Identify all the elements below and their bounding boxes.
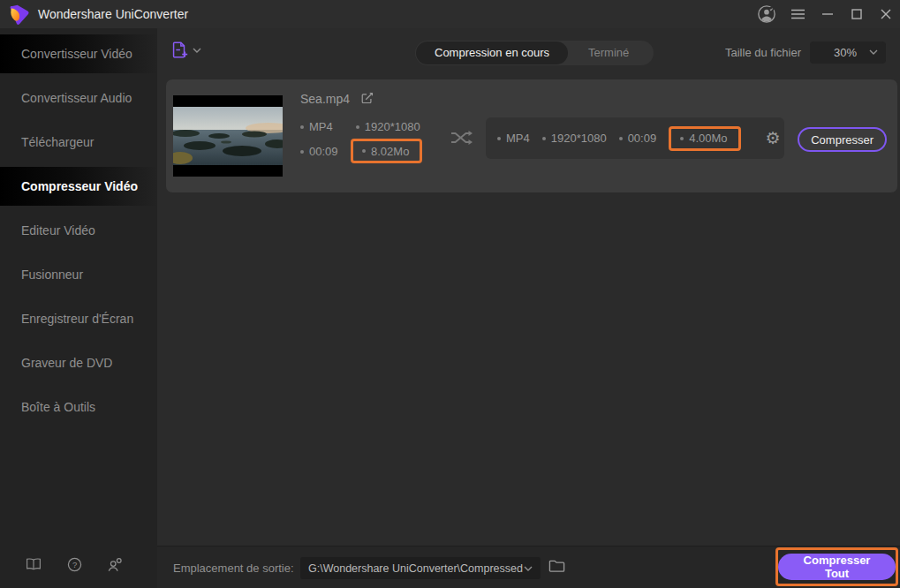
bullet-icon (680, 137, 684, 140)
folder-icon (548, 559, 565, 573)
target-resolution: 1920*1080 (542, 132, 607, 145)
app-title: Wondershare UniConverter (38, 7, 188, 21)
target-settings-panel: MP4 1920*1080 00:09 4.00Mo ⚙ (486, 117, 784, 159)
add-file-button[interactable] (170, 40, 201, 60)
sidebar-item-video-editor[interactable]: Editeur Vidéo (0, 211, 157, 250)
compress-all-button[interactable]: Compresser Tout (778, 554, 896, 580)
sidebar-item-toolbox[interactable]: Boîte à Outils (0, 388, 157, 426)
tab-finished[interactable]: Terminé (570, 41, 647, 64)
user-avatar-icon (757, 4, 776, 24)
hamburger-icon (791, 9, 805, 19)
source-size-annotated: 8.02Mo (351, 139, 422, 163)
sidebar-footer: ? (0, 556, 157, 572)
tab-compression-in-progress[interactable]: Compression en cours (416, 41, 568, 64)
file-card: Sea.mp4 MP4 1920*1080 00:09 8.02Mo (166, 79, 897, 192)
svg-text:?: ? (72, 559, 76, 569)
close-icon (881, 9, 891, 19)
video-thumbnail (173, 95, 283, 177)
source-resolution: 1920*1080 (356, 120, 420, 133)
target-size-annotated: 4.00Mo (669, 126, 740, 151)
compress-all-annotation: Compresser Tout (775, 547, 898, 586)
source-info-row: MP4 1920*1080 (300, 120, 420, 133)
output-location-label: Emplacement de sortie: (173, 562, 294, 575)
guide-book-icon[interactable] (26, 556, 42, 572)
sidebar-item-merger[interactable]: Fusionneur (0, 255, 157, 294)
sidebar-item-screen-recorder[interactable]: Enregistreur d'Écran (0, 299, 157, 338)
source-format: MP4 (300, 120, 333, 133)
minimize-icon (822, 9, 833, 19)
community-icon[interactable] (107, 556, 123, 572)
menu-button[interactable] (783, 0, 813, 28)
file-size-value: 30% (834, 46, 857, 59)
bullet-icon (356, 125, 359, 129)
uniconverter-window: Wondershare UniConverter (0, 0, 900, 588)
sidebar-item-downloader[interactable]: Téléchargeur (0, 123, 157, 162)
main-area: Compression en cours Terminé Taille du f… (157, 28, 900, 588)
bullet-icon (619, 137, 623, 140)
help-icon[interactable]: ? (66, 556, 82, 572)
chevron-down-icon (524, 566, 533, 571)
output-path-dropdown[interactable]: G:\Wondershare UniConverter\Compressed (300, 557, 541, 579)
maximize-button[interactable] (842, 0, 871, 28)
compress-button[interactable]: Compresser (798, 127, 887, 152)
minimize-button[interactable] (813, 0, 842, 28)
sidebar-item-video-compressor[interactable]: Compresseur Vidéo (0, 167, 157, 206)
sidebar-item-video-converter[interactable]: Convertisseur Vidéo (0, 34, 157, 73)
bullet-icon (300, 125, 304, 129)
output-path-value: G:\Wondershare UniConverter\Compressed (308, 562, 523, 575)
sidebar: Convertisseur Vidéo Convertisseur Audio … (0, 28, 157, 588)
bullet-icon (497, 137, 501, 140)
titlebar: Wondershare UniConverter (0, 0, 900, 28)
gear-settings-icon[interactable]: ⚙ (760, 130, 786, 147)
footer-bar: Emplacement de sortie: G:\Wondershare Un… (157, 546, 900, 588)
chevron-down-icon (193, 48, 201, 53)
add-file-icon (170, 40, 189, 60)
bullet-icon (362, 149, 366, 153)
app-logo-icon (8, 4, 30, 26)
sidebar-item-audio-converter[interactable]: Convertisseur Audio (0, 79, 157, 117)
account-avatar-button[interactable] (750, 0, 783, 28)
file-size-dropdown[interactable]: 30% (810, 41, 886, 64)
queue-tabs: Compression en cours Terminé (415, 41, 654, 65)
rename-edit-icon[interactable] (359, 91, 374, 106)
sidebar-item-dvd-burner[interactable]: Graveur de DVD (0, 343, 157, 382)
shuffle-compare-icon (450, 129, 473, 147)
video-filename: Sea.mp4 (300, 92, 350, 106)
bullet-icon (542, 137, 546, 140)
bullet-icon (300, 150, 304, 154)
target-format: MP4 (497, 132, 530, 145)
file-size-label: Taille du fichier (725, 46, 801, 59)
open-folder-button[interactable] (548, 559, 565, 577)
chevron-down-icon (869, 49, 878, 55)
source-duration: 00:09 (300, 145, 338, 158)
close-button[interactable] (871, 0, 900, 28)
target-duration: 00:09 (619, 132, 657, 145)
maximize-icon (851, 9, 862, 19)
